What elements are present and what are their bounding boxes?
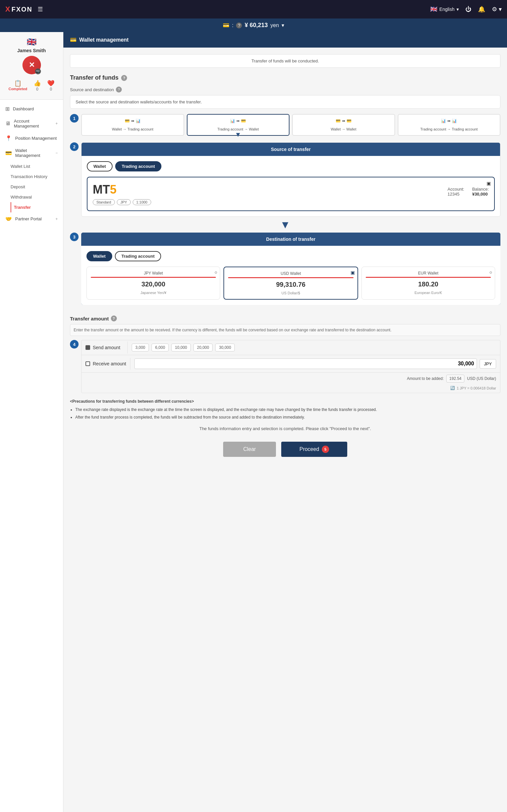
- transfer-type-trading-to-trading[interactable]: 📊 ➡ 📊 Trading account → Trading account: [398, 114, 501, 136]
- jpy-wallet-name: JPY Wallet: [91, 271, 216, 275]
- quick-6000[interactable]: 6,000: [152, 344, 169, 352]
- quick-30000[interactable]: 30,000: [215, 344, 235, 352]
- balance-value: ¥ 60,213: [244, 22, 268, 29]
- sidebar-item-transfer[interactable]: Transfer: [11, 202, 63, 212]
- transfer-type-trading-to-wallet[interactable]: 📊 ➡ 💳 Trading account → Wallet ▼: [187, 114, 290, 136]
- wallet-card-eur[interactable]: ○ EUR Wallet 180.20 European Euro/€: [361, 267, 495, 300]
- usd-radio[interactable]: ▣: [350, 270, 355, 275]
- wallet-header-icon: 💳: [70, 37, 76, 43]
- currency-selector[interactable]: JPY: [480, 359, 496, 369]
- wallet-icon-3a: 💳: [336, 118, 341, 123]
- sidebar-item-withdrawal[interactable]: Withdrawal: [11, 192, 63, 202]
- page-header: 💳 Wallet management: [63, 32, 507, 48]
- completion-text: The funds information entry and selectio…: [70, 426, 500, 431]
- eur-amount: 180.20: [366, 281, 491, 288]
- dest-tab-trading[interactable]: Trading account: [115, 251, 161, 261]
- amount-input-field[interactable]: [134, 358, 477, 369]
- page-title: Wallet management: [79, 37, 129, 43]
- language-button[interactable]: 🇬🇧 English ▾: [430, 6, 459, 13]
- avatar-icon: ✕: [29, 61, 35, 69]
- completed-label: Completed: [9, 87, 27, 91]
- language-label: English: [439, 7, 454, 12]
- position-management-label: Position Management: [15, 136, 57, 141]
- dest-header: Destination of transfer: [81, 233, 500, 246]
- transfer-type-wallet-to-wallet[interactable]: 💳 ➡ 💳 Wallet → Wallet: [292, 114, 395, 136]
- transfer-section: Transfer of funds ? Source and destinati…: [70, 74, 500, 462]
- step3-wrapper: 3 Destination of transfer Wallet Trading…: [70, 233, 500, 310]
- help-icon-balance: ?: [236, 22, 242, 29]
- logo-x-icon: X: [5, 5, 10, 13]
- chevron-down-icon: ▾: [456, 7, 459, 12]
- content-area: Transfer of funds will be conducted. Tra…: [63, 48, 507, 474]
- proceed-button[interactable]: Proceed 5: [281, 442, 347, 457]
- refresh-icon[interactable]: 🔄: [450, 386, 455, 390]
- rate-info: 1 JPY = 0.006418 Dollar: [457, 386, 496, 390]
- send-radio[interactable]: [86, 345, 90, 350]
- arrow-icon-2: ➡: [236, 118, 240, 123]
- source-tab-trading[interactable]: Trading account: [115, 161, 161, 171]
- eur-radio[interactable]: ○: [490, 269, 492, 275]
- expand-icon: +: [55, 121, 58, 126]
- sidebar-item-dashboard[interactable]: ⊞ Dashboard: [0, 102, 63, 115]
- quick-20000[interactable]: 20,000: [193, 344, 213, 352]
- user-flag: 🇬🇧: [5, 37, 58, 47]
- sidebar-item-position-management[interactable]: 📍 Position Management: [0, 132, 63, 145]
- jpy-radio[interactable]: ○: [215, 269, 217, 275]
- notifications-button[interactable]: 🔔: [478, 6, 485, 13]
- action-buttons: Clear Proceed 5: [70, 437, 500, 462]
- balance-dropdown-icon[interactable]: ▾: [282, 22, 284, 29]
- transfer-type-wallet-to-trading[interactable]: 💳 ➡ 📊 Wallet → Trading account: [81, 114, 184, 136]
- mt5-account-card: ▣ MT5 Account:: [87, 177, 495, 211]
- power-button[interactable]: ⏻: [465, 6, 471, 13]
- navbar-right: 🇬🇧 English ▾ ⏻ 🔔 ⚙ ▾: [430, 6, 502, 13]
- amount-help-icon[interactable]: ?: [111, 315, 117, 321]
- navbar-left: X FXON ☰: [5, 5, 43, 13]
- jpy-currency: Japanese Yen/¥: [91, 291, 216, 295]
- tag-standard: Standard: [93, 199, 115, 205]
- balance-currency: yen: [270, 22, 279, 29]
- source-tabs: Wallet Trading account: [87, 161, 495, 171]
- step4-badge: 4: [70, 340, 78, 349]
- source-content: Wallet Trading account ▣ MT5: [81, 156, 500, 216]
- sidebar-item-account-management[interactable]: 🖥 Account Management +: [0, 115, 63, 132]
- balance-info: Balance: ¥30,000: [472, 187, 489, 197]
- dest-tabs: Wallet Trading account: [87, 251, 495, 261]
- active-arrow-down: ▼: [235, 131, 241, 139]
- transfer-types: 💳 ➡ 📊 Wallet → Trading account 📊 ➡: [81, 114, 500, 136]
- settings-button[interactable]: ⚙ ▾: [492, 6, 502, 13]
- wallet-card-jpy[interactable]: ○ JPY Wallet 320,000 Japanese Yen/¥: [87, 267, 220, 300]
- dest-content: Wallet Trading account ○ JPY Wallet: [81, 246, 500, 305]
- account-management-label: Account Management: [14, 118, 52, 129]
- flag-icon: 🇬🇧: [430, 6, 437, 13]
- source-dest-help-icon[interactable]: ?: [116, 87, 122, 93]
- wallet-icon-2: 💳: [241, 118, 246, 123]
- transfer-help-icon[interactable]: ?: [121, 75, 127, 81]
- amount-info-text: Enter the transfer amount or the amount …: [70, 324, 500, 336]
- mt5-radio[interactable]: ▣: [487, 181, 491, 186]
- trading-icon-4b: 📊: [452, 118, 457, 123]
- camera-icon[interactable]: 📷: [35, 68, 41, 74]
- sidebar-nav: ⊞ Dashboard 🖥 Account Management + 📍 Pos…: [0, 100, 63, 228]
- quick-3000[interactable]: 3,000: [132, 344, 149, 352]
- wallet-icon-1: 💳: [125, 118, 130, 123]
- eur-line: [366, 277, 491, 278]
- quick-10000[interactable]: 10,000: [171, 344, 191, 352]
- hamburger-button[interactable]: ☰: [38, 6, 43, 13]
- usd-amount: 99,310.76: [228, 281, 353, 289]
- sidebar-item-deposit[interactable]: Deposit: [11, 182, 63, 192]
- wallet-card-usd[interactable]: ▣ USD Wallet 99,310.76 US Dollar/$: [223, 267, 358, 300]
- navbar: X FXON ☰ 🇬🇧 English ▾ ⏻ 🔔 ⚙ ▾: [0, 0, 507, 18]
- wallet-sub-nav: Wallet List Transaction History Deposit …: [0, 161, 63, 212]
- clear-button[interactable]: Clear: [223, 442, 276, 457]
- sidebar-item-partner-portal[interactable]: 🤝 Partner Portal +: [0, 212, 63, 225]
- wallet-cards: ○ JPY Wallet 320,000 Japanese Yen/¥ ▣: [87, 267, 495, 300]
- conversion-info: Amount to be added: 192.54 USD (US Dolla…: [81, 372, 500, 385]
- tag-jpy: JPY: [117, 199, 131, 205]
- dest-tab-wallet[interactable]: Wallet: [87, 251, 112, 261]
- receive-radio[interactable]: [86, 361, 90, 366]
- wallet-management-label: Wallet Management: [15, 148, 52, 158]
- source-tab-wallet[interactable]: Wallet: [87, 161, 113, 171]
- sidebar-item-wallet-management[interactable]: 💳 Wallet Management −: [0, 145, 63, 161]
- sidebar-item-transaction-history[interactable]: Transaction History: [11, 171, 63, 182]
- sidebar-item-wallet-list[interactable]: Wallet List: [11, 161, 63, 171]
